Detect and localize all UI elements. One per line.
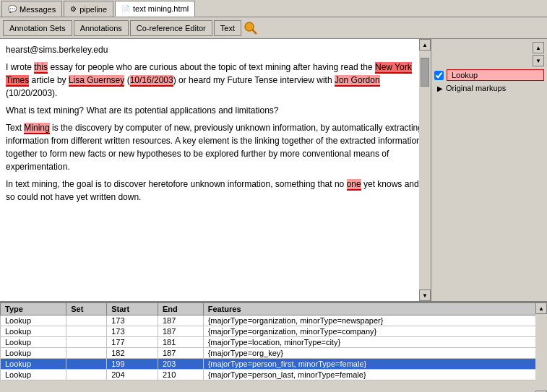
text-button[interactable]: Text bbox=[214, 20, 241, 36]
scroll-up-arrow[interactable]: ▲ bbox=[419, 39, 431, 51]
top-section: hearst@sims.berkeley.edu I wrote this es… bbox=[0, 39, 547, 301]
textmining-icon: 📄 bbox=[121, 5, 130, 13]
cell-type: Lookup bbox=[1, 348, 66, 359]
para3-rest: is the discovery by computer of new, pre… bbox=[6, 123, 423, 172]
cell-start: 173 bbox=[107, 315, 158, 326]
col-end: End bbox=[158, 303, 203, 315]
cell-start: 177 bbox=[107, 337, 158, 348]
para4-start: In text mining, the goal is to discover … bbox=[6, 179, 347, 189]
annotations-panel: ▲ ▼ Lookup ▶ Original markups bbox=[431, 39, 547, 301]
cell-set bbox=[66, 315, 107, 326]
toolbar: Annotation Sets Annotations Co-reference… bbox=[0, 17, 547, 39]
lookup-checkbox[interactable] bbox=[434, 71, 444, 80]
messages-icon: 💬 bbox=[8, 5, 17, 13]
table-row[interactable]: Lookup173187{majorType=organization, min… bbox=[1, 326, 547, 337]
cell-type: Lookup bbox=[1, 370, 66, 380]
cell-set bbox=[66, 348, 107, 359]
cell-type: Lookup bbox=[1, 337, 66, 348]
tab-pipeline[interactable]: ⚙ pipeline bbox=[64, 1, 113, 17]
cell-start: 199 bbox=[107, 359, 158, 370]
col-start: Start bbox=[107, 303, 158, 315]
table-scrollbar[interactable]: ▲ ▼ bbox=[535, 302, 547, 392]
cell-features: {majorType=person_first, minorType=femal… bbox=[203, 359, 546, 370]
highlight-date1: 10/16/2003 bbox=[130, 75, 173, 87]
para1-end: (10/20/2003). bbox=[6, 88, 57, 98]
bottom-area: Type Set Start End Features Lookup173187… bbox=[0, 301, 547, 392]
cell-end: 187 bbox=[158, 348, 203, 359]
text-scrollbar[interactable]: ▲ ▼ bbox=[419, 39, 431, 301]
cell-end: 187 bbox=[158, 315, 203, 326]
table-row[interactable]: Lookup173187{majorType=organization, min… bbox=[1, 315, 547, 326]
right-panel-scroll-down[interactable]: ▼ bbox=[533, 55, 544, 66]
cell-features: {majorType=organization, minorType=compa… bbox=[203, 326, 546, 337]
coreference-button[interactable]: Co-reference Editor bbox=[130, 20, 212, 36]
cell-features: {majorType=person_last, minorType=female… bbox=[203, 370, 546, 380]
cell-type: Lookup bbox=[1, 326, 66, 337]
pipeline-icon: ⚙ bbox=[70, 5, 77, 13]
table-row[interactable]: Lookup177181{majorType=location, minorTy… bbox=[1, 337, 547, 348]
email-text: hearst@sims.berkeley.edu bbox=[6, 45, 108, 55]
text-content[interactable]: hearst@sims.berkeley.edu I wrote this es… bbox=[0, 39, 431, 289]
text-panel: hearst@sims.berkeley.edu I wrote this es… bbox=[0, 39, 431, 301]
para1-start: I wrote bbox=[6, 62, 34, 72]
cell-type: Lookup bbox=[1, 315, 66, 326]
tab-bar: 💬 Messages ⚙ pipeline 📄 text mining.html bbox=[0, 0, 547, 17]
cell-set bbox=[66, 326, 107, 337]
para2-text: What is text mining? What are its potent… bbox=[6, 105, 279, 116]
cell-features: {majorType=organization, minorType=newsp… bbox=[203, 315, 546, 326]
table-scroll-up[interactable]: ▲ bbox=[535, 302, 547, 314]
cell-start: 173 bbox=[107, 326, 158, 337]
cell-set bbox=[66, 359, 107, 370]
cell-set bbox=[66, 370, 107, 380]
original-markups-label: Original markups bbox=[446, 84, 506, 92]
para1-mid4: ) or heard my Future Tense interview wit… bbox=[173, 75, 335, 85]
annotations-button[interactable]: Annotations bbox=[74, 20, 129, 36]
cell-end: 210 bbox=[158, 370, 203, 380]
original-markups-item[interactable]: ▶ Original markups bbox=[434, 84, 544, 92]
para1-mid2: article by bbox=[29, 75, 69, 85]
tab-messages[interactable]: 💬 Messages bbox=[1, 1, 62, 17]
annotations-table: Type Set Start End Features Lookup173187… bbox=[0, 302, 547, 392]
col-set: Set bbox=[66, 303, 107, 315]
svg-line-1 bbox=[252, 30, 257, 34]
tab-textmining[interactable]: 📄 text mining.html bbox=[115, 1, 195, 17]
cell-set bbox=[66, 337, 107, 348]
col-features: Features bbox=[203, 303, 546, 315]
cell-start: 182 bbox=[107, 348, 158, 359]
highlight-jon-gordon: Jon Gordon bbox=[335, 75, 380, 87]
cell-features: {majorType=location, minorType=city} bbox=[203, 337, 546, 348]
main-area: hearst@sims.berkeley.edu I wrote this es… bbox=[0, 39, 547, 301]
para1-mid1: essay for people who are curious about t… bbox=[48, 62, 375, 72]
annotations-data-table: Type Set Start End Features Lookup173187… bbox=[0, 302, 547, 380]
lookup-row: Lookup bbox=[434, 69, 544, 81]
cell-end: 187 bbox=[158, 326, 203, 337]
right-panel-scroll-up[interactable]: ▲ bbox=[533, 42, 544, 53]
para1-mid3: ( bbox=[124, 75, 129, 85]
highlight-this: this bbox=[34, 62, 48, 74]
annotation-sets-button[interactable]: Annotation Sets bbox=[3, 20, 72, 36]
cell-type: Lookup bbox=[1, 359, 66, 370]
lookup-label: Lookup bbox=[447, 69, 544, 81]
cell-features: {majorType=org_key} bbox=[203, 348, 546, 359]
tree-expand-icon: ▶ bbox=[437, 84, 443, 92]
search-icon[interactable] bbox=[243, 20, 259, 36]
table-row[interactable]: Lookup199203{majorType=person_first, min… bbox=[1, 359, 547, 370]
table-row[interactable]: Lookup182187{majorType=org_key} bbox=[1, 348, 547, 359]
scroll-down-arrow[interactable]: ▼ bbox=[419, 289, 431, 301]
cell-start: 204 bbox=[107, 370, 158, 380]
col-type: Type bbox=[1, 303, 66, 315]
cell-end: 203 bbox=[158, 359, 203, 370]
highlight-lisa-guernsey: Lisa Guernsey bbox=[69, 75, 124, 87]
highlight-one: one bbox=[347, 179, 361, 191]
para3-start: Text bbox=[6, 123, 24, 133]
highlight-mining: Mining bbox=[24, 123, 49, 134]
cell-end: 181 bbox=[158, 337, 203, 348]
table-row[interactable]: Lookup204210{majorType=person_last, mino… bbox=[1, 370, 547, 380]
